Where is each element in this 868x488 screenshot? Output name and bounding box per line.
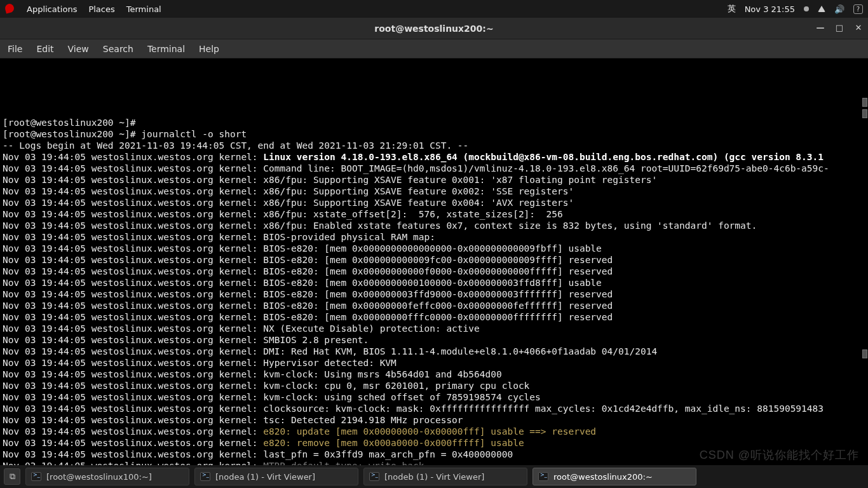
watermark-text: CSDN @听说你能找个好工作 [700,447,859,463]
log-line: Nov 03 19:44:05 westoslinux.westos.org k… [3,243,865,254]
taskbar-item-0[interactable]: [root@westoslinux100:~] [25,468,189,485]
log-line: Nov 03 19:44:05 westoslinux.westos.org k… [3,277,865,288]
taskbar-item-2[interactable]: [nodeb (1) - Virt Viewer] [363,468,527,485]
log-line: Nov 03 19:44:05 westoslinux.westos.org k… [3,403,865,414]
window-titlebar[interactable]: root@westoslinux200:~ — □ ✕ [0,18,868,39]
scroll-indicator-icon [862,98,867,107]
minimize-button[interactable]: — [815,23,826,34]
terminal-icon [200,472,210,481]
menu-terminal[interactable]: Terminal [147,44,185,54]
log-line: Nov 03 19:44:05 westoslinux.westos.org k… [3,391,865,403]
log-line: Nov 03 19:44:05 westoslinux.westos.org k… [3,163,865,174]
window-list-button[interactable]: ⧉ [4,468,20,485]
taskbar-item-label: [nodeb (1) - Virt Viewer] [384,472,484,482]
status-dot-icon [804,6,809,11]
log-line: Nov 03 19:44:05 westoslinux.westos.org k… [3,323,865,334]
terminal-output[interactable]: [root@westoslinux200 ~]#[root@westoslinu… [0,58,868,465]
log-line: Nov 03 19:44:05 westoslinux.westos.org k… [3,380,865,391]
terminal-icon [31,472,41,481]
log-line: Nov 03 19:44:05 westoslinux.westos.org k… [3,414,865,426]
log-line: Nov 03 19:44:05 westoslinux.westos.org k… [3,151,865,163]
log-line: [root@westoslinux200 ~]# journalctl -o s… [3,128,865,140]
places-menu[interactable]: Places [88,4,114,14]
log-line: [root@westoslinux200 ~]# [3,117,865,128]
menu-search[interactable]: Search [103,44,133,54]
log-line: -- Logs begin at Wed 2021-11-03 19:44:05… [3,140,865,151]
clock[interactable]: Nov 3 21:55 [745,4,795,14]
menu-file[interactable]: File [8,44,22,54]
log-line: Nov 03 19:44:05 westoslinux.westos.org k… [3,197,865,208]
scroll-indicator-icon [862,109,867,118]
log-line: Nov 03 19:44:05 westoslinux.westos.org k… [3,254,865,266]
terminal-icon [369,472,379,481]
menu-help[interactable]: Help [199,44,219,54]
log-line: Nov 03 19:44:05 westoslinux.westos.org k… [3,266,865,277]
scroll-indicator-icon [862,349,867,358]
menu-view[interactable]: View [68,44,89,54]
taskbar-item-3[interactable]: root@westoslinux200:~ [532,468,696,485]
taskbar-item-label: root@westoslinux200:~ [553,472,653,482]
close-button[interactable]: ✕ [853,23,864,34]
log-line: Nov 03 19:44:05 westoslinux.westos.org k… [3,174,865,186]
menu-edit[interactable]: Edit [36,44,53,54]
log-line: Nov 03 19:44:05 westoslinux.westos.org k… [3,186,865,197]
log-line: Nov 03 19:44:05 westoslinux.westos.org k… [3,426,865,437]
gnome-top-panel: Applications Places Terminal 英 Nov 3 21:… [0,0,868,18]
maximize-button[interactable]: □ [834,23,845,34]
terminal-window: root@westoslinux200:~ — □ ✕ File Edit Vi… [0,18,868,465]
log-line: Nov 03 19:44:05 westoslinux.westos.org k… [3,300,865,311]
ime-indicator[interactable]: 英 [728,3,736,15]
applications-menu[interactable]: Applications [27,4,77,14]
terminal-menubar: File Edit View Search Terminal Help [0,39,868,58]
help-icon[interactable]: ? [853,4,863,14]
network-icon[interactable] [818,6,825,12]
log-line: Nov 03 19:44:05 westoslinux.westos.org k… [3,220,865,231]
log-line: Nov 03 19:44:05 westoslinux.westos.org k… [3,334,865,346]
log-line: Nov 03 19:44:05 westoslinux.westos.org k… [3,208,865,220]
log-line: Nov 03 19:44:05 westoslinux.westos.org k… [3,311,865,323]
taskbar-item-1[interactable]: [nodea (1) - Virt Viewer] [194,468,358,485]
taskbar-item-label: [root@westoslinux100:~] [46,472,152,482]
log-line: Nov 03 19:44:05 westoslinux.westos.org k… [3,231,865,243]
log-line: Nov 03 19:44:05 westoslinux.westos.org k… [3,357,865,369]
taskbar-item-label: [nodea (1) - Virt Viewer] [215,472,315,482]
window-title: root@westoslinux200:~ [374,24,493,34]
terminal-icon [538,472,548,481]
volume-icon[interactable] [834,4,844,14]
log-line: Nov 03 19:44:05 westoslinux.westos.org k… [3,346,865,357]
bottom-taskbar: ⧉ [root@westoslinux100:~] [nodea (1) - V… [0,465,868,488]
log-line: Nov 03 19:44:05 westoslinux.westos.org k… [3,369,865,380]
log-line: Nov 03 19:44:05 westoslinux.westos.org k… [3,288,865,300]
distro-logo-icon [5,4,15,15]
terminal-menu[interactable]: Terminal [126,4,161,14]
